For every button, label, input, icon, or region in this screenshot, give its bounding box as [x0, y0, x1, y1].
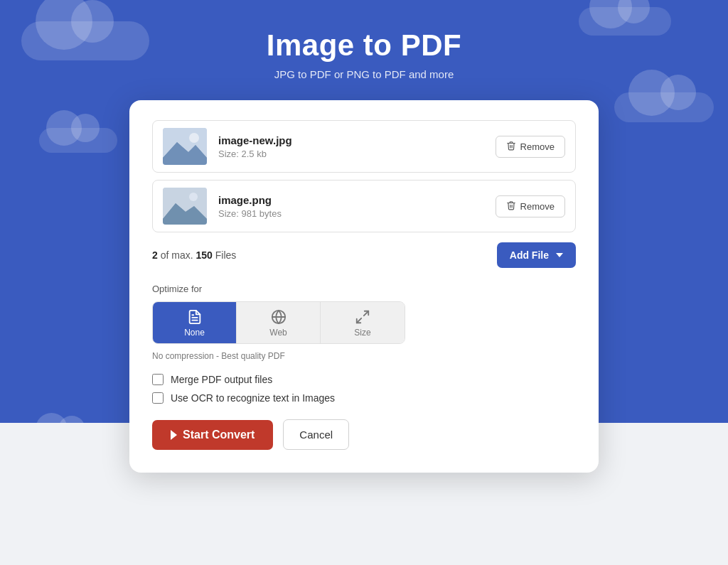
start-convert-button[interactable]: Start Convert [152, 420, 273, 450]
start-convert-label: Start Convert [183, 429, 255, 441]
remove-button-0[interactable]: Remove [496, 136, 565, 158]
remove-button-1[interactable]: Remove [496, 195, 565, 217]
file-info-0: image-new.jpg Size: 2.5 kb [218, 134, 496, 159]
files-count: 2 of max. 150 Files [152, 249, 236, 261]
optimize-options: None Web Size [152, 301, 405, 344]
chevron-down-icon [556, 253, 563, 257]
svg-line-14 [357, 318, 361, 323]
file-name-1: image.png [218, 194, 496, 206]
optimize-label: Optimize for [152, 284, 576, 294]
optimize-size-button[interactable]: Size [321, 302, 405, 343]
svg-point-1 [189, 133, 199, 143]
main-card: image-new.jpg Size: 2.5 kb Remove [129, 100, 599, 473]
file-thumbnail-0 [163, 128, 207, 165]
cancel-button[interactable]: Cancel [283, 419, 349, 450]
page-header: Image to PDF JPG to PDF or PNG to PDF an… [267, 0, 461, 80]
file-row-1: image.png Size: 981 bytes Remove [152, 180, 576, 232]
file-thumbnail-1 [163, 188, 207, 225]
cancel-label: Cancel [299, 429, 333, 441]
chevron-right-icon [171, 430, 177, 440]
cloud-decoration-2 [579, 7, 671, 36]
trash-icon-1 [506, 200, 516, 212]
optimize-description: No compression - Best quality PDF [152, 351, 576, 361]
optimize-web-button[interactable]: Web [237, 302, 321, 343]
add-file-button[interactable]: Add File [497, 242, 576, 268]
optimize-none-label: None [184, 328, 205, 338]
remove-label-1: Remove [520, 201, 555, 212]
svg-point-5 [189, 193, 198, 201]
file-info-1: image.png Size: 981 bytes [218, 194, 496, 219]
file-name-0: image-new.jpg [218, 134, 496, 146]
file-size-0: Size: 2.5 kb [218, 149, 496, 159]
ocr-checkbox[interactable] [152, 392, 164, 404]
file-size-1: Size: 981 bytes [218, 208, 496, 219]
merge-checkbox[interactable] [152, 374, 164, 385]
optimize-web-label: Web [269, 328, 287, 338]
cloud-decoration-3 [39, 128, 117, 153]
optimize-size-label: Size [354, 328, 370, 338]
action-row: Start Convert Cancel [152, 419, 576, 450]
file-row-0: image-new.jpg Size: 2.5 kb Remove [152, 120, 576, 173]
files-current: 2 [152, 249, 158, 261]
cloud-decoration-1 [21, 21, 149, 60]
optimize-none-button[interactable]: None [153, 302, 237, 343]
checkbox-merge: Merge PDF output files [152, 374, 576, 385]
remove-label-0: Remove [520, 141, 555, 152]
page-subtitle: JPG to PDF or PNG to PDF and more [267, 68, 461, 80]
trash-icon-0 [506, 141, 516, 153]
checkbox-ocr: Use OCR to recognize text in Images [152, 392, 576, 404]
page-title: Image to PDF [267, 28, 461, 63]
files-max: 150 [196, 249, 212, 261]
svg-line-13 [364, 311, 368, 316]
add-file-label: Add File [510, 249, 549, 261]
ocr-label[interactable]: Use OCR to recognize text in Images [171, 392, 335, 404]
merge-label[interactable]: Merge PDF output files [171, 374, 272, 385]
files-footer: 2 of max. 150 Files Add File [152, 242, 576, 268]
cloud-decoration-4 [614, 92, 714, 122]
